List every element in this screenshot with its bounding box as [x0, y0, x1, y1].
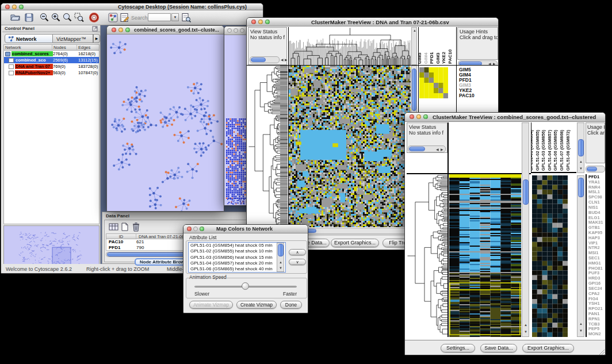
- row-label[interactable]: PAC10: [459, 93, 498, 98]
- tv1-column-dendrogram[interactable]: [288, 27, 411, 65]
- network-row[interactable]: combined_sco2569(6)13112(15): [4, 57, 99, 63]
- column-label[interactable]: PAC10: [447, 49, 453, 64]
- export-graphics-button[interactable]: Export Graphics...: [522, 344, 574, 352]
- tab-overflow-button[interactable]: ▶: [93, 34, 100, 43]
- close-icon[interactable]: [187, 227, 192, 231]
- row-label[interactable]: BUD4: [588, 210, 606, 216]
- minimize-icon[interactable]: [12, 5, 17, 9]
- scroll-up-icon[interactable]: ▲: [579, 322, 583, 325]
- tv2-zoom-vscrollbar[interactable]: ▲ ▼: [577, 175, 584, 337]
- tv1-heatmap[interactable]: [288, 66, 411, 227]
- zoom-in-icon[interactable]: [51, 12, 62, 23]
- column-label[interactable]: GPL51-07 (GSM868): [559, 130, 564, 171]
- search-options-icon[interactable]: [181, 12, 192, 23]
- minimize-icon[interactable]: [193, 227, 198, 231]
- column-label[interactable]: GPL51-04 (GSM857): [547, 130, 552, 171]
- tv1-row-dendrogram[interactable]: [248, 66, 280, 227]
- row-label[interactable]: SPC98: [588, 195, 606, 200]
- settings-button[interactable]: Settings...: [441, 344, 475, 352]
- tv2-row-dendrogram[interactable]: [407, 174, 447, 337]
- row-label[interactable]: SEC24: [588, 286, 606, 292]
- scroll-down-icon[interactable]: ▼: [524, 330, 527, 334]
- row-label[interactable]: SEC1: [588, 256, 606, 261]
- search-input[interactable]: [148, 13, 171, 21]
- row-label[interactable]: HRD3: [588, 276, 606, 281]
- column-label[interactable]: GPL51-03 (GSM856): [541, 130, 546, 171]
- row-label[interactable]: RPN1: [588, 317, 606, 322]
- treeview1-titlebar[interactable]: ClusterMaker TreeView : DNA and Tran 07-…: [247, 18, 498, 26]
- tv2-heatmap[interactable]: [449, 174, 521, 337]
- row-label[interactable]: TCB3: [588, 322, 606, 327]
- col-nodes[interactable]: Nodes: [52, 45, 77, 50]
- network-view-titlebar[interactable]: combined_scores_good.txt--cluste...: [107, 26, 224, 35]
- row-label[interactable]: PUF3: [588, 271, 606, 276]
- scroll-left-icon[interactable]: ◀: [436, 148, 439, 151]
- scroll-up-icon[interactable]: ▲: [413, 29, 416, 32]
- tv1-status-scrollbar[interactable]: [250, 56, 280, 63]
- treeview2-titlebar[interactable]: ClusterMaker TreeView : combined_scores_…: [405, 113, 605, 122]
- open-folder-icon[interactable]: [10, 12, 21, 23]
- zoom-out-icon[interactable]: [39, 12, 50, 23]
- help-lifering-icon[interactable]: [89, 12, 100, 23]
- delete-attribute-icon[interactable]: [132, 222, 140, 232]
- column-label[interactable]: GIM3: [435, 52, 441, 64]
- save-icon[interactable]: [24, 12, 35, 23]
- column-label[interactable]: GPL51-06 (GSM865): [553, 130, 558, 171]
- column-label[interactable]: YKE2: [441, 52, 446, 64]
- row-label[interactable]: PAN1: [588, 312, 606, 317]
- tab-vizmapper[interactable]: VizMapper™: [53, 34, 93, 43]
- resize-grip-icon[interactable]: [598, 348, 605, 355]
- row-label[interactable]: GPI16: [588, 281, 606, 286]
- minimize-icon[interactable]: [258, 20, 263, 24]
- move-up-button[interactable]: ∧: [289, 249, 306, 255]
- attribute-item[interactable]: GPL51-06 (GSM865) heat shock 40 min: [190, 266, 285, 272]
- row-label[interactable]: VIP1: [588, 241, 606, 246]
- col-network[interactable]: Network: [4, 45, 52, 50]
- row-label[interactable]: MSI1: [588, 251, 606, 256]
- tab-network[interactable]: Network: [5, 34, 53, 43]
- scroll-up-icon[interactable]: ▲: [279, 260, 282, 264]
- column-label[interactable]: GIM4: [423, 52, 429, 64]
- row-label[interactable]: RNR4: [588, 185, 606, 190]
- row-label[interactable]: YRA1: [588, 180, 606, 185]
- column-label[interactable]: GIM5: [417, 52, 422, 64]
- row-label[interactable]: GTB1: [588, 225, 606, 231]
- column-label[interactable]: GPL51-01 (GSM854): [531, 130, 534, 171]
- tv2-collabel-scrollbar[interactable]: ▲ ▼: [577, 122, 584, 173]
- minimize-icon[interactable]: [416, 114, 421, 119]
- row-label[interactable]: CPA2: [588, 292, 606, 297]
- row-label[interactable]: NIS1: [588, 205, 606, 210]
- scroll-right-icon[interactable]: ▶: [441, 148, 443, 151]
- close-icon[interactable]: [251, 20, 256, 24]
- row-label[interactable]: ELG1: [588, 216, 606, 221]
- attribute-item[interactable]: GPL51-03 (GSM856) heat shock 15 min: [190, 255, 285, 260]
- column-label[interactable]: GPL51-02 (GSM855): [535, 130, 540, 171]
- scroll-down-icon[interactable]: ▼: [579, 329, 583, 332]
- row-label[interactable]: KAP95: [588, 231, 606, 236]
- attribute-item[interactable]: GPL51-04 (GSM857) heat shock 20 min: [190, 260, 285, 266]
- row-label[interactable]: MON2: [588, 332, 606, 337]
- close-icon[interactable]: [5, 5, 10, 9]
- attribute-item[interactable]: GPL51-02 (GSM855) heat shock 10 min: [190, 248, 285, 254]
- data-col-id[interactable]: ID: [106, 234, 136, 239]
- minimize-icon[interactable]: [234, 28, 238, 33]
- tv1-mini-heatmap[interactable]: [419, 67, 448, 98]
- row-label[interactable]: NTR2: [588, 246, 606, 251]
- close-icon[interactable]: [227, 28, 232, 33]
- move-down-button[interactable]: ∨: [289, 259, 306, 265]
- tv2-status-scrollbar[interactable]: ◀ ▶: [408, 145, 446, 152]
- attribute-list-scrollbar[interactable]: ▲ ▼: [277, 243, 284, 272]
- done-button[interactable]: Done: [280, 301, 302, 309]
- zoom-window-icon[interactable]: [423, 114, 428, 119]
- row-label[interactable]: CLN1: [588, 200, 606, 205]
- search-dropdown-icon[interactable]: ▼: [171, 13, 179, 21]
- scroll-down-icon[interactable]: ▼: [579, 167, 583, 170]
- close-icon[interactable]: [112, 28, 116, 32]
- attribute-table-icon[interactable]: [109, 223, 118, 231]
- zoom-window-icon[interactable]: [19, 5, 24, 9]
- vizmapper-icon[interactable]: [108, 12, 118, 23]
- zoom-fit-icon[interactable]: [62, 12, 73, 23]
- float-panel-icon[interactable]: [92, 26, 98, 32]
- scroll-right-icon[interactable]: ▶: [285, 58, 288, 62]
- tv2-vscrollbar[interactable]: ▲ ▼: [522, 122, 529, 337]
